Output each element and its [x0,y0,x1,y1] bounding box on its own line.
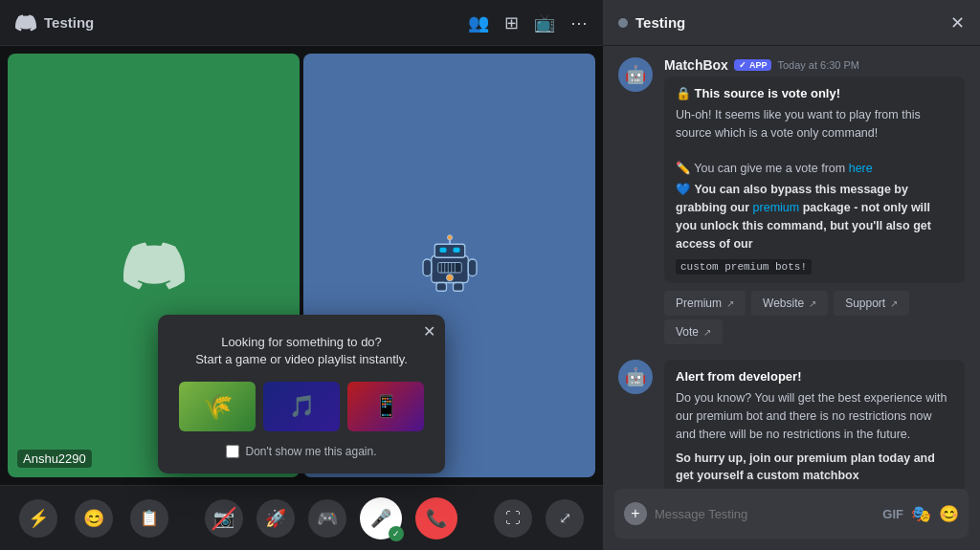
expand-button[interactable]: ⤢ [546,499,584,538]
bottom-center-controls: 📷 🚀 🎮 🎤 ✓ 📞 [205,497,457,539]
grid-icon[interactable]: ⊞ [504,12,519,33]
bubble-premium-text: 💙 You can also bypass this message by gr… [676,181,953,253]
checkmark-icon: ✓ [739,60,746,70]
popup-checkbox-row: Don't show me this again. [173,445,430,458]
hangup-button[interactable]: 📞 [415,497,457,539]
alert-plain-text: Do you know? You will get the best exper… [676,389,953,443]
bottom-left-controls: ⚡ 😊 📋 [19,499,168,538]
avatar-matchbox-2: 🤖 [618,360,653,394]
more-options-icon[interactable]: ⋯ [570,12,588,33]
avatar-matchbox: 🤖 [618,57,653,92]
chat-header: Testing ✕ [603,0,980,46]
top-bar-right: 👥 ⊞ 📺 ⋯ [468,12,588,33]
svg-rect-13 [468,259,477,276]
svg-rect-4 [439,247,446,252]
add-friend-icon[interactable]: 👥 [468,12,489,33]
screen-share-button[interactable]: 🚀 [256,499,295,538]
message-author-matchbox: MatchBox [664,57,728,73]
svg-rect-5 [453,247,459,252]
game-thumb-farm[interactable]: 🌾 [179,382,256,431]
chat-input-field[interactable] [655,507,875,521]
external-link-icon: ↗ [890,298,898,309]
sticker-button[interactable]: 🎭 [911,504,931,524]
game-thumb-rhythm[interactable]: 🎵 [263,382,340,431]
chat-panel: Testing ✕ 🤖 MatchBox ✓ APP Today at 6:30… [603,0,980,550]
premium-button-0[interactable]: Premium ↗ [664,291,746,316]
chat-input-bar: + GIF 🎭 😊 [614,489,969,539]
button-row-0b: Vote ↗ [664,319,965,344]
message-group-matchbox: 🤖 MatchBox ✓ APP Today at 6:30 PM 🔒 This… [618,57,965,344]
popup-close-button[interactable]: ✕ [423,322,435,341]
status-dot [618,18,628,28]
screen-share-icon[interactable]: 📺 [534,12,555,33]
game-thumb-super[interactable]: 📱 [347,382,424,431]
app-badge: ✓ APP [734,59,772,71]
top-bar-left: Testing [15,12,94,33]
top-bar: Testing 👥 ⊞ 📺 ⋯ [0,0,603,46]
bottom-right-controls: ⛶ ⤢ [494,499,584,538]
svg-rect-14 [436,282,447,291]
gif-button[interactable]: GIF [882,507,903,521]
vote-link[interactable]: here [849,162,873,175]
activity-popup: ✕ Looking for something to do?Start a ga… [158,315,445,473]
support-button-0[interactable]: Support ↗ [834,291,909,316]
mic-badge: ✓ [389,526,404,541]
popup-checkbox-label[interactable]: Don't show me this again. [245,445,376,458]
message-time-0: Today at 6:30 PM [777,59,859,71]
code-block: custom premium bots! [676,256,953,274]
alert-bubble-title: Alert from developer! [676,369,953,384]
svg-rect-12 [423,259,432,276]
discord-icon [15,12,36,33]
activities-button[interactable]: 🎮 [308,499,346,538]
popup-games-row: 🌾 🎵 📱 [173,382,430,431]
camera-toggle-button[interactable]: 📷 [205,499,243,538]
premium-link[interactable]: premium [753,201,800,214]
bottom-bar: ⚡ 😊 📋 📷 🚀 🎮 🎤 ✓ 📞 ⛶ ⤢ [0,485,603,550]
discord-logo-icon [123,235,185,297]
bubble-title-0: 🔒 This source is vote only! [676,86,953,100]
svg-rect-15 [453,282,463,291]
dont-show-checkbox[interactable] [226,445,239,458]
message-bubble-1: Alert from developer! Do you know? You w… [664,360,965,489]
bubble-vote-text: ✏️ You can give me a vote from here [676,160,953,178]
svg-rect-1 [434,244,465,257]
message-content-alert: Alert from developer! Do you know? You w… [664,360,965,489]
activity-button[interactable]: ⚡ [19,499,57,538]
emoji-button[interactable]: 😊 [75,499,113,538]
svg-point-16 [446,274,453,280]
svg-point-3 [447,234,452,239]
external-link-icon: ↗ [726,298,734,309]
watch-together-button[interactable]: 📋 [130,499,168,538]
vote-button-0[interactable]: Vote ↗ [664,319,723,344]
popup-title: Looking for something to do?Start a game… [173,334,430,368]
tile-label-anshu: Anshu2290 [17,450,92,468]
add-attachment-button[interactable]: + [624,502,647,525]
website-button-0[interactable]: Website ↗ [751,291,828,316]
alert-bold-text: So hurry up, join our premium plan today… [676,450,953,486]
emoji-button[interactable]: 😊 [939,504,959,524]
channel-name: Testing [44,14,94,31]
message-content-matchbox: MatchBox ✓ APP Today at 6:30 PM 🔒 This s… [664,57,965,344]
chat-close-button[interactable]: ✕ [950,12,965,33]
external-link-icon: ↗ [809,298,816,309]
chat-messages: 🤖 MatchBox ✓ APP Today at 6:30 PM 🔒 This… [603,46,980,489]
matchbox-robot-icon [416,232,483,299]
fullscreen-button[interactable]: ⛶ [494,499,532,538]
bubble-text-0: Uh-oh! It seems like you want to play fr… [676,106,953,143]
message-header-matchbox: MatchBox ✓ APP Today at 6:30 PM [664,57,965,73]
voice-channel-panel: Testing 👥 ⊞ 📺 ⋯ Anshu2290 [0,0,603,550]
message-group-alert: 🤖 Alert from developer! Do you know? You… [618,360,965,489]
message-bubble-0: 🔒 This source is vote only! Uh-oh! It se… [664,77,965,283]
chat-header-left: Testing [618,14,685,31]
code-text: custom premium bots! [676,259,812,275]
button-row-0: Premium ↗ Website ↗ Support ↗ [664,291,965,316]
external-link-icon: ↗ [703,327,711,338]
mic-button[interactable]: 🎤 ✓ [360,497,402,539]
input-right-icons: GIF 🎭 😊 [882,504,959,524]
chat-title: Testing [635,14,685,31]
